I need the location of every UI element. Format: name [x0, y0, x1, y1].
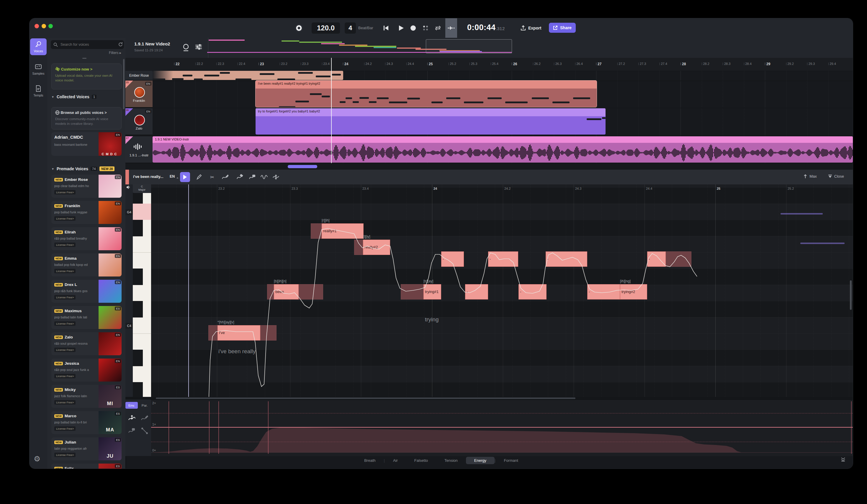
voice-card[interactable]: NEWElirahr&b pop ballad breathyLicense F… [51, 227, 121, 250]
vibrato-tool[interactable] [259, 172, 269, 182]
skip-to-start-icon[interactable] [381, 23, 391, 33]
zoom-window-button[interactable] [49, 24, 53, 28]
voice-card[interactable]: NEWZalor&b soul gospel resonaLicense Fre… [51, 332, 121, 355]
collapse-panel-icon[interactable] [841, 457, 846, 462]
timeline-ruler[interactable]: 2222.222.322.42323.223.323.42424.224.324… [126, 58, 853, 71]
pitch-smooth-tool[interactable] [235, 172, 245, 182]
param-tab-air[interactable]: Air [385, 457, 406, 464]
collected-voices-header[interactable]: ▼ Collected Voices 1 [51, 94, 96, 99]
note-phoneme[interactable]: [r][ih] [322, 218, 330, 223]
editor-max-button[interactable]: Max [803, 174, 817, 179]
note[interactable]: trying#1 [401, 284, 441, 300]
track-header[interactable]: 15ENFranklin [126, 81, 152, 108]
tempo-display[interactable]: 120.0 [312, 22, 340, 34]
note[interactable]: I've [208, 325, 277, 341]
browse-title[interactable]: Browse all public voices > [55, 110, 118, 115]
count-in-icon[interactable] [182, 43, 190, 52]
note[interactable]: really#1 [311, 223, 364, 239]
tab-parameters[interactable]: Par. [138, 402, 151, 409]
track-header[interactable]: Ember Rose [126, 71, 152, 81]
note[interactable]: - [441, 251, 464, 267]
search-input[interactable] [60, 42, 108, 47]
voice-license-badge[interactable]: License Free> [54, 347, 76, 352]
editor-language-selector[interactable]: EN [170, 174, 175, 179]
track-scrollbar-thumb[interactable] [288, 165, 317, 168]
refresh-icon[interactable] [118, 42, 123, 47]
minimap-viewport[interactable] [426, 39, 512, 53]
param-tab-tension[interactable]: Tension [436, 457, 466, 464]
track-lane[interactable] [126, 136, 853, 164]
beats-per-bar-display[interactable]: 4 [345, 22, 356, 34]
auto-scroll-button[interactable] [445, 18, 457, 38]
voice-card[interactable]: NEWJessicar&b pop soul jazz funk aLicens… [51, 358, 121, 382]
note[interactable]: - [518, 284, 547, 300]
piano-roll[interactable]: 23.223.323.42424.224.324.42525.2I've*[hh… [126, 184, 853, 397]
pointer-tool[interactable] [180, 172, 190, 182]
voice-license-badge[interactable]: License Free> [54, 216, 76, 221]
scale-selector[interactable]: CMajor [133, 184, 151, 193]
param-tab-formant[interactable]: Formant [495, 457, 526, 464]
loop-icon[interactable] [433, 23, 443, 33]
voice-license-badge[interactable]: License Free> [54, 243, 76, 247]
editor-scrollbar-thumb[interactable] [850, 280, 852, 310]
param-tab-falsetto[interactable]: Falsetto [406, 457, 436, 464]
panel-scrollbar[interactable] [123, 59, 125, 109]
note-main-segment[interactable] [587, 284, 620, 300]
rail-tab-templates[interactable]: Templs [30, 83, 47, 99]
note-main-segment[interactable] [488, 251, 518, 267]
note-main-segment[interactable] [546, 251, 587, 267]
project-title[interactable]: 1.9.1 New Video2 [134, 41, 170, 46]
track-lane[interactable] [126, 71, 853, 81]
voice-license-badge[interactable]: License Free> [54, 321, 76, 326]
customize-title[interactable]: Customize now > [55, 67, 118, 72]
note[interactable]: - [647, 251, 692, 267]
note-phoneme[interactable]: [b][ih][n] [274, 279, 287, 283]
voice-license-badge[interactable]: License Free> [54, 374, 76, 378]
note-main-segment[interactable] [647, 251, 666, 267]
editor-close-button[interactable]: Close [828, 174, 844, 179]
note-phoneme[interactable]: [ih][ng] [620, 279, 631, 283]
play-icon[interactable] [396, 23, 406, 33]
voice-card[interactable]: NEWMaximuspop ballad latin folk latiLice… [51, 306, 121, 329]
track-header[interactable]: 171.9.1 ...-Instr [126, 136, 152, 163]
metronome-icon[interactable] [294, 23, 304, 33]
param-tab-energy[interactable]: Energy [466, 457, 495, 464]
note[interactable]: - [488, 251, 518, 267]
note-phoneme[interactable]: [tr][ay] [424, 279, 433, 283]
voice-license-badge[interactable]: License Free> [54, 426, 76, 431]
voice-card[interactable]: NEWEmber Rosepop clear ballad edm hoLice… [51, 175, 121, 198]
pitch-erase-tool[interactable] [247, 172, 257, 182]
minimize-window-button[interactable] [42, 24, 46, 28]
clip[interactable]: 1.9.1 NEW VIDEO-Instr [152, 136, 853, 163]
note[interactable]: - [587, 284, 620, 300]
editor-playhead[interactable] [188, 184, 189, 397]
param-tab-breath[interactable]: Breath [356, 457, 384, 464]
record-icon[interactable] [408, 23, 418, 33]
voice-license-badge[interactable]: License Free> [54, 295, 76, 300]
panel-drag-handle[interactable] [82, 58, 86, 59]
voice-license-badge[interactable]: License Free> [54, 190, 76, 194]
clip[interactable]: i've been really#1 really#2 trying#1 try… [256, 81, 597, 107]
note[interactable]: trying#2 [620, 284, 647, 300]
param-scale-tool[interactable] [128, 414, 136, 422]
voice-card[interactable]: NEWFranklinpop ballad funk reggaeLicense… [51, 201, 121, 224]
track-header[interactable]: 16ENZalo [126, 108, 152, 135]
note[interactable]: - [465, 284, 488, 300]
editor-hscrollbar-thumb[interactable] [156, 397, 576, 399]
note[interactable]: really#2 [354, 239, 390, 255]
note-phoneme[interactable]: *[hh][ay][v] [217, 320, 234, 324]
param-line-tool[interactable] [141, 427, 148, 435]
pencil-tool[interactable] [194, 172, 204, 182]
scissors-tool[interactable]: ✂ [207, 172, 217, 182]
pitch-shift-tool[interactable] [271, 172, 281, 182]
close-window-button[interactable] [34, 24, 39, 28]
voice-card[interactable]: NEWMickyjazz folk flamenco latinLicense … [51, 385, 121, 408]
param-erase-tool[interactable] [128, 427, 136, 435]
grid-mode-icon[interactable] [421, 23, 430, 33]
premade-voices-header[interactable]: ▼ Premade Voices 74 NEW 28 [51, 167, 115, 171]
pitch-draw-tool[interactable] [220, 172, 230, 182]
filters-button[interactable]: Filters ▸ [109, 51, 121, 55]
arrangement-minimap[interactable] [208, 38, 852, 58]
mixer-sliders-icon[interactable] [195, 43, 202, 51]
browse-public-voices-card[interactable]: Browse all public voices > Discover comm… [51, 107, 121, 130]
